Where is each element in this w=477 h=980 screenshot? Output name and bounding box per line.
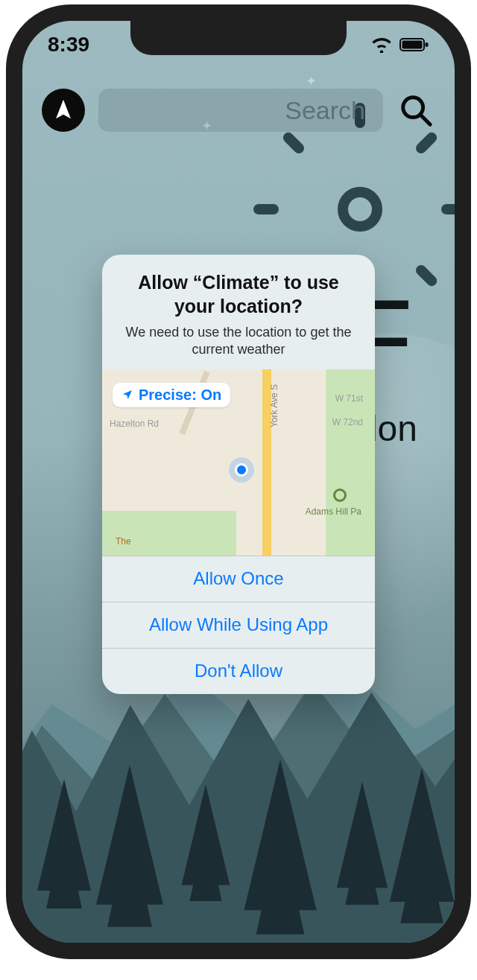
map-road-label: York Ave S	[269, 384, 279, 427]
phone-frame: ✦ ✦ ✦ 8:39	[6, 4, 471, 959]
location-map-preview[interactable]: Precise: On Hazelton Rd W 71st W 72nd Ad…	[102, 369, 375, 556]
map-road-label: Hazelton Rd	[110, 419, 159, 429]
screen: ✦ ✦ ✦ 8:39	[22, 21, 455, 943]
permission-dialog-backdrop: Allow “Climate” to use your location? We…	[22, 21, 455, 943]
dialog-title: Allow “Climate” to use your location?	[119, 271, 358, 318]
user-location-marker	[229, 457, 254, 483]
dialog-header: Allow “Climate” to use your location? We…	[102, 255, 375, 369]
map-road-label: W 71st	[335, 393, 363, 404]
button-label: Allow While Using App	[149, 614, 328, 635]
precise-location-toggle[interactable]: Precise: On	[113, 383, 230, 407]
location-permission-dialog: Allow “Climate” to use your location? We…	[102, 255, 375, 693]
dialog-subtitle: We need to use the location to get the c…	[119, 324, 358, 359]
allow-once-button[interactable]: Allow Once	[102, 556, 375, 602]
precise-label: Precise: On	[139, 386, 221, 404]
button-label: Allow Once	[193, 568, 283, 589]
allow-while-using-button[interactable]: Allow While Using App	[102, 602, 375, 648]
map-poi-label: The	[116, 536, 131, 547]
park-icon	[333, 489, 347, 502]
button-label: Don't Allow	[195, 661, 282, 681]
location-arrow-icon	[121, 389, 133, 401]
map-road-label: W 72nd	[332, 417, 363, 427]
map-poi-label: Adams Hill Pa	[306, 506, 361, 517]
dont-allow-button[interactable]: Don't Allow	[102, 648, 375, 694]
